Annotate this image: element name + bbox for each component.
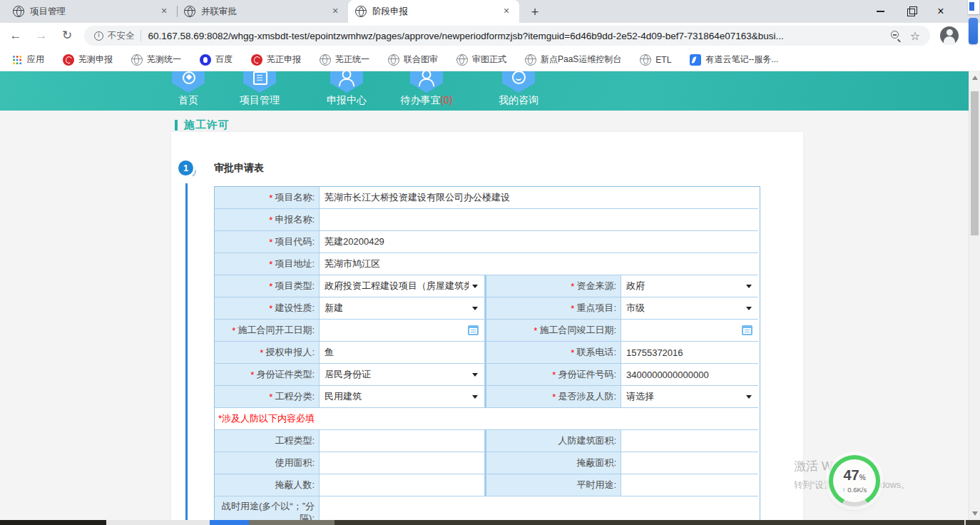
address-bar[interactable]: 不安全 60.167.58.69:8082/whgg-xmsbdt-test/e…	[84, 26, 930, 46]
dropdown-caret-icon	[472, 395, 478, 399]
window-minimize-icon[interactable]	[866, 0, 896, 23]
field-text-input[interactable]	[320, 474, 485, 496]
field-select-input[interactable]: 市级	[621, 297, 758, 320]
field-text-input[interactable]: 15755372016	[621, 342, 758, 364]
required-asterisk: *	[552, 369, 556, 380]
screen: 项目管理 × 并联审批 × 阶段申报 × + × ← → ↻ 不安全 60.16…	[0, 0, 980, 525]
network-speed-widget[interactable]: 47% ↑ 0.6K/s	[829, 455, 880, 506]
url-text: 60.167.58.69:8082/whgg-xmsbdt-test/epoin…	[148, 31, 882, 41]
bookmark-item[interactable]: 有道云笔记--服务...	[690, 53, 778, 66]
tab-title: 并联审批	[201, 6, 324, 18]
field-text-input[interactable]	[320, 209, 758, 231]
youdao-icon	[690, 54, 701, 66]
globe-icon	[388, 54, 399, 66]
field-select-input[interactable]: 政府	[621, 275, 758, 297]
bookmark-item[interactable]: 联合图审	[388, 53, 438, 66]
field-text-input[interactable]	[621, 452, 758, 474]
bookmark-item[interactable]: 芜正统一	[320, 53, 369, 66]
window-close-icon[interactable]: ×	[926, 0, 956, 23]
percent-sign: %	[859, 474, 866, 481]
red-icon	[251, 54, 262, 66]
window-controls: ×	[866, 0, 956, 23]
bookmark-label: 芜正统一	[335, 53, 369, 66]
field-text-input[interactable]	[621, 430, 758, 452]
required-asterisk: *	[552, 392, 556, 402]
field-text-input[interactable]: 芜建20200429	[320, 231, 758, 253]
scrollbar-thumb[interactable]	[971, 91, 979, 235]
bookmark-label: ETL	[655, 55, 671, 65]
browser-toolbar: ← → ↻ 不安全 60.167.58.69:8082/whgg-xmsbdt-…	[0, 23, 980, 49]
bookmark-item[interactable]: 百度	[200, 53, 233, 66]
step-title: 审批申请表	[214, 162, 264, 175]
docked-sidebar-handle[interactable]	[969, 18, 978, 44]
calendar-icon[interactable]	[468, 325, 479, 335]
profile-avatar[interactable]	[940, 26, 959, 45]
browser-tab[interactable]: 阶段申报 ×	[348, 0, 519, 23]
bookmark-item[interactable]: 审图正式	[456, 53, 506, 66]
field-text-input[interactable]	[621, 474, 758, 496]
docked-note-icon[interactable]	[968, 0, 979, 14]
reload-icon[interactable]: ↻	[57, 26, 77, 46]
bookmark-star-icon[interactable]: ☆	[910, 29, 920, 43]
bookmark-label: 新点PaaS运维控制台	[541, 53, 621, 66]
calendar-icon[interactable]	[742, 325, 752, 335]
field-date-input[interactable]	[320, 320, 485, 342]
compass-icon	[180, 71, 197, 86]
bookmark-label: 百度	[215, 53, 233, 66]
field-text-input[interactable]	[320, 452, 485, 474]
bookmark-label: 应用	[27, 53, 44, 66]
required-asterisk: *	[269, 303, 272, 314]
forward-icon[interactable]: →	[31, 26, 51, 46]
field-text-input[interactable]: 3400000000000000	[621, 364, 758, 386]
field-label: *施工合同开工日期:	[215, 320, 320, 342]
field-text-input[interactable]	[320, 430, 485, 452]
page-title: 施工许可	[184, 118, 230, 132]
field-date-input[interactable]	[621, 320, 758, 342]
windows-taskbar[interactable]	[0, 520, 980, 525]
taskbar-segment	[0, 520, 106, 525]
site-info-icon[interactable]	[94, 31, 103, 41]
field-label: *是否涉及人防:	[485, 386, 621, 408]
scrollbar-down-icon[interactable]	[972, 511, 978, 516]
step-header: 1 审批申请表	[178, 160, 264, 175]
field-text-input[interactable]: 芜湖市鸠江区	[320, 253, 758, 275]
bookmark-item[interactable]: 芜测申报	[63, 53, 113, 66]
bookmark-item[interactable]: 芜测统一	[131, 53, 181, 66]
nav-label: 申报中心	[327, 94, 367, 106]
required-asterisk: *	[571, 347, 574, 358]
page-scrollbar[interactable]	[969, 71, 980, 520]
person-icon	[338, 71, 355, 86]
tab-close-icon[interactable]: ×	[501, 6, 512, 17]
tab-close-icon[interactable]: ×	[330, 6, 341, 17]
new-tab-button[interactable]: +	[525, 3, 545, 23]
back-icon[interactable]: ←	[6, 26, 26, 46]
zoom-out-icon[interactable]	[890, 30, 902, 41]
bookmark-item[interactable]: ETL	[640, 54, 671, 66]
field-select-input[interactable]: 请选择	[621, 386, 758, 408]
field-text-input[interactable]: 鱼	[320, 342, 485, 364]
field-label: *身份证件号码:	[485, 364, 621, 386]
taskbar-active-app[interactable]	[210, 520, 249, 525]
field-select-input[interactable]: 居民身份证	[320, 364, 485, 386]
bookmark-item[interactable]: 应用	[11, 53, 44, 66]
tab-close-icon[interactable]: ×	[158, 6, 170, 17]
bookmark-item[interactable]: 芜正申报	[251, 53, 301, 66]
required-asterisk: *	[269, 259, 272, 270]
browser-tab[interactable]: 项目管理 ×	[6, 0, 177, 23]
bookmark-label: 审图正式	[472, 53, 506, 66]
browser-tab[interactable]: 并联审批 ×	[177, 0, 348, 23]
field-text-input[interactable]	[320, 496, 758, 520]
scrollbar-up-icon[interactable]	[972, 76, 978, 80]
field-select-input[interactable]: 新建	[320, 297, 485, 320]
field-label: *申报名称:	[215, 209, 320, 231]
field-select-input[interactable]: 民用建筑	[320, 386, 485, 408]
dropdown-caret-icon	[472, 373, 478, 377]
field-select-input[interactable]: 政府投资工程建设项目（房屋建筑类）	[320, 275, 485, 297]
tab-globe-favicon-icon	[355, 6, 367, 17]
section-accent-bar	[175, 120, 178, 131]
bookmark-item[interactable]: 新点PaaS运维控制台	[525, 53, 621, 66]
field-text-input[interactable]: 芜湖市长江大桥投资建设有限公司办公楼建设	[320, 187, 758, 209]
field-label: *施工合同竣工日期:	[485, 320, 621, 342]
bookmark-label: 芜测申报	[78, 53, 113, 66]
window-restore-icon[interactable]	[896, 0, 926, 23]
